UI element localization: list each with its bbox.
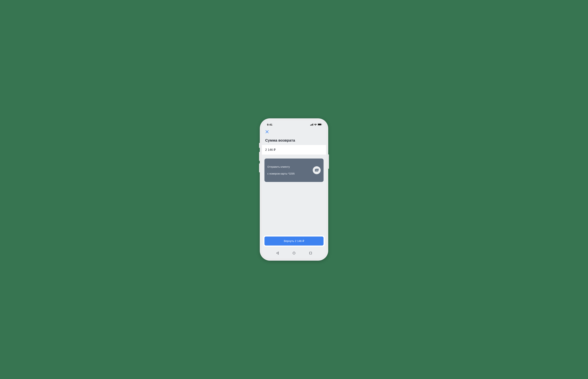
status-time: 9:41 bbox=[267, 123, 272, 126]
nav-back-button[interactable] bbox=[275, 251, 280, 256]
close-button[interactable] bbox=[264, 129, 270, 134]
phone-frame: 9:41 Сумма возврата 2 146 ₽ bbox=[260, 118, 328, 261]
amount-value: 2 146 ₽ bbox=[265, 148, 276, 152]
svg-rect-2 bbox=[312, 124, 312, 125]
primary-button-container: Вернуть 2 146 ₽ bbox=[263, 236, 325, 247]
svg-point-10 bbox=[293, 252, 295, 254]
recipient-line2: с номером карты *3295 bbox=[267, 172, 295, 175]
wifi-icon bbox=[314, 123, 317, 126]
circle-home-icon bbox=[293, 252, 295, 254]
power-button bbox=[328, 154, 329, 169]
nav-bar bbox=[262, 128, 326, 134]
volume-up-button bbox=[259, 152, 260, 161]
svg-rect-9 bbox=[316, 169, 319, 170]
svg-rect-0 bbox=[310, 125, 311, 126]
content: Сумма возврата 2 146 ₽ Отправить клиенту… bbox=[262, 134, 326, 248]
screen: 9:41 Сумма возврата 2 146 ₽ bbox=[262, 121, 326, 258]
cellular-signal-icon bbox=[310, 124, 313, 126]
status-right bbox=[310, 123, 322, 126]
recipient-card[interactable]: Отправить клиенту с номером карты *3295 bbox=[264, 158, 324, 182]
svg-rect-6 bbox=[322, 124, 322, 125]
svg-rect-3 bbox=[313, 124, 313, 126]
recipient-line1: Отправить клиенту bbox=[267, 165, 295, 169]
svg-rect-11 bbox=[309, 252, 312, 254]
svg-rect-5 bbox=[318, 124, 321, 125]
square-recent-icon bbox=[309, 252, 312, 254]
triangle-back-icon bbox=[276, 252, 279, 254]
amount-input[interactable]: 2 146 ₽ bbox=[262, 145, 326, 155]
svg-rect-8 bbox=[316, 169, 319, 171]
close-icon bbox=[266, 130, 269, 133]
page-title: Сумма возврата bbox=[262, 134, 326, 145]
status-bar: 9:41 bbox=[262, 121, 326, 128]
refund-button[interactable]: Вернуть 2 146 ₽ bbox=[264, 237, 324, 246]
android-nav-bar bbox=[262, 248, 326, 258]
recipient-text: Отправить клиенту с номером карты *3295 bbox=[267, 162, 295, 179]
spacer bbox=[262, 182, 326, 236]
side-button bbox=[259, 143, 260, 148]
svg-rect-1 bbox=[311, 125, 312, 126]
volume-down-button bbox=[259, 163, 260, 172]
nav-home-button[interactable] bbox=[291, 251, 297, 256]
nav-recent-button[interactable] bbox=[308, 251, 313, 256]
battery-icon bbox=[318, 123, 322, 126]
card-icon bbox=[313, 166, 321, 174]
